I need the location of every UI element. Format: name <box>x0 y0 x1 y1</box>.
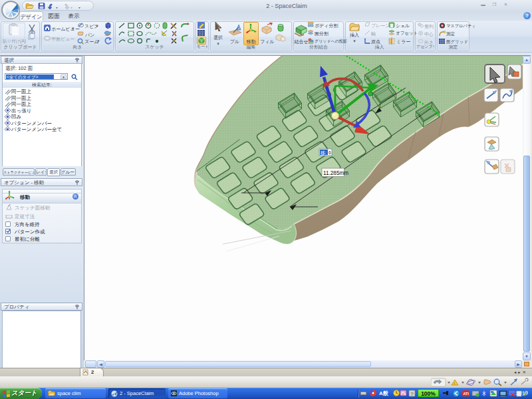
svg-text:?: ? <box>410 391 414 397</box>
svg-text:移:: 移: <box>321 150 327 156</box>
svg-text:11.285mm: 11.285mm <box>323 170 348 176</box>
svg-text:6: 6 <box>329 150 331 155</box>
svg-text:ATI: ATI <box>464 392 469 396</box>
